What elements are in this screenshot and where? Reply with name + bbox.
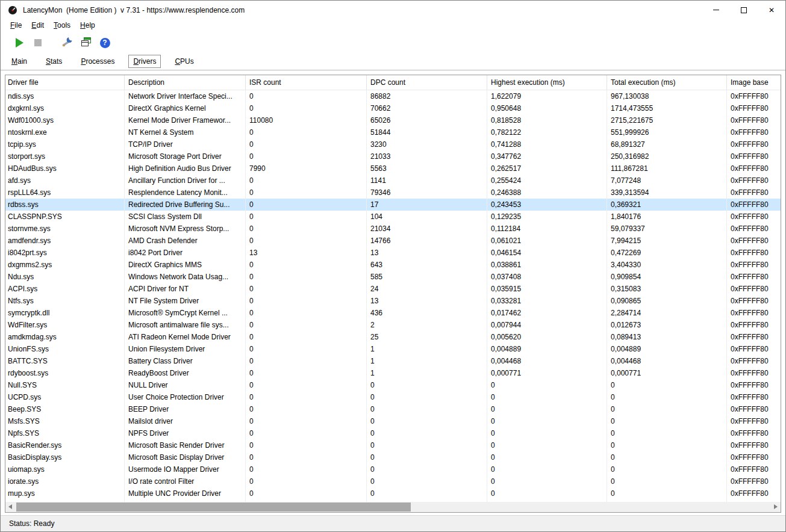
table-row[interactable]: tcpip.sys TCP/IP Driver 0 3230 0,741288 … xyxy=(5,138,781,150)
cell-description: BEEP Driver xyxy=(125,403,246,415)
menu-item[interactable]: Edit xyxy=(27,19,49,31)
horizontal-scrollbar[interactable] xyxy=(5,502,781,512)
table-row[interactable]: UCPD.sys User Choice Protection Driver 0… xyxy=(5,391,781,403)
cell-highest-execution: 0,035915 xyxy=(487,283,607,295)
report-button[interactable] xyxy=(78,35,94,51)
table-row[interactable]: Msfs.SYS Mailslot driver 0 0 0 0 0xFFFFF… xyxy=(5,415,781,427)
column-header-image-base[interactable]: Image base xyxy=(727,75,781,90)
cell-highest-execution: 0,243453 xyxy=(487,199,607,211)
cell-image-base: 0xFFFFF80 xyxy=(727,295,781,307)
cell-image-base: 0xFFFFF80 xyxy=(727,415,781,427)
cell-isr-count: 0 xyxy=(246,343,367,355)
cell-total-execution: 111,867281 xyxy=(607,162,727,175)
table-row[interactable]: CLASSPNP.SYS SCSI Class System Dll 0 104… xyxy=(5,211,781,223)
table-row[interactable]: BasicDisplay.sys Microsoft Basic Display… xyxy=(5,451,781,463)
cell-dpc-count: 0 xyxy=(367,391,487,403)
start-monitor-button[interactable] xyxy=(11,35,27,51)
stop-monitor-button[interactable] xyxy=(30,35,46,51)
scroll-left-arrow-icon[interactable] xyxy=(8,504,12,509)
cell-total-execution: 0 xyxy=(607,427,727,439)
cell-total-execution: 0,012673 xyxy=(607,319,727,331)
close-button[interactable]: ✕ xyxy=(758,1,785,19)
cell-total-execution: 0 xyxy=(607,415,727,427)
table-row[interactable]: Ntfs.sys NT File System Driver 0 13 0,03… xyxy=(5,295,781,307)
table-row[interactable]: HDAudBus.sys High Definition Audio Bus D… xyxy=(5,162,781,175)
tab[interactable]: Drivers xyxy=(128,55,161,68)
tab[interactable]: Main xyxy=(7,55,32,68)
table-row[interactable]: i8042prt.sys i8042 Port Driver 13 13 0,0… xyxy=(5,247,781,259)
column-header-total-execution[interactable]: Total execution (ms) xyxy=(607,75,727,90)
menu-item[interactable]: Help xyxy=(75,19,100,31)
table-row[interactable]: amdfendr.sys AMD Crash Defender 0 14766 … xyxy=(5,235,781,247)
column-header-highest-execution[interactable]: Highest execution (ms) xyxy=(487,75,607,90)
cell-image-base: 0xFFFFF80 xyxy=(727,211,781,223)
cell-dpc-count: 0 xyxy=(367,379,487,391)
cell-isr-count: 0 xyxy=(246,391,367,403)
tab[interactable]: Stats xyxy=(41,55,67,68)
table-row[interactable]: storport.sys Microsoft Storage Port Driv… xyxy=(5,150,781,162)
tab[interactable]: CPUs xyxy=(170,55,198,68)
cell-highest-execution: 0,005620 xyxy=(487,331,607,343)
table-row[interactable]: ACPI.sys ACPI Driver for NT 0 24 0,03591… xyxy=(5,283,781,295)
table-row[interactable]: UnionFS.sys Union Filesystem Driver 0 1 … xyxy=(5,343,781,355)
cell-highest-execution: 0 xyxy=(487,487,607,500)
drivers-table: Driver file Description ISR count DPC co… xyxy=(5,75,781,513)
cell-isr-count: 0 xyxy=(246,259,367,271)
cell-highest-execution: 0,037408 xyxy=(487,271,607,283)
title-bar[interactable]: LatencyMon (Home Edition ) v 7.31 - http… xyxy=(1,1,785,19)
table-row[interactable]: Beep.SYS BEEP Driver 0 0 0 0 0xFFFFF80 xyxy=(5,403,781,415)
table-row[interactable]: dxgmms2.sys DirectX Graphics MMS 0 643 0… xyxy=(5,259,781,271)
table-row[interactable]: amdkmdag.sys ATI Radeon Kernel Mode Driv… xyxy=(5,331,781,343)
cell-total-execution: 1,840176 xyxy=(607,211,727,223)
table-row[interactable]: BATTC.SYS Battery Class Driver 0 1 0,004… xyxy=(5,355,781,367)
help-button[interactable]: ? xyxy=(97,35,113,51)
cell-image-base: 0xFFFFF80 xyxy=(727,259,781,271)
cell-dpc-count: 79346 xyxy=(367,187,487,199)
column-header-isr-count[interactable]: ISR count xyxy=(246,75,367,90)
scrollbar-thumb[interactable] xyxy=(16,503,411,512)
cell-image-base: 0xFFFFF80 xyxy=(727,487,781,500)
cell-image-base: 0xFFFFF80 xyxy=(727,223,781,235)
table-row[interactable]: symcryptk.dll Microsoft® SymCrypt Kernel… xyxy=(5,307,781,319)
table-row[interactable]: iorate.sys I/O rate control Filter 0 0 0… xyxy=(5,475,781,487)
options-button[interactable] xyxy=(60,35,75,51)
cell-highest-execution: 0,818528 xyxy=(487,114,607,126)
menu-item[interactable]: Tools xyxy=(49,19,75,31)
cell-highest-execution: 0,046154 xyxy=(487,247,607,259)
table-row[interactable]: Wdf01000.sys Kernel Mode Driver Framewor… xyxy=(5,114,781,126)
cell-description: Microsoft Basic Render Driver xyxy=(125,439,246,451)
table-row[interactable]: WdFilter.sys Microsoft antimalware file … xyxy=(5,319,781,331)
cell-total-execution: 250,316982 xyxy=(607,150,727,162)
maximize-button[interactable] xyxy=(730,1,758,19)
app-icon xyxy=(8,5,17,15)
tab[interactable]: Processes xyxy=(76,55,119,68)
table-row[interactable]: stornvme.sys Microsoft NVM Express Storp… xyxy=(5,223,781,235)
column-header-dpc-count[interactable]: DPC count xyxy=(367,75,487,90)
cell-total-execution: 0,004468 xyxy=(607,355,727,367)
table-row[interactable]: afd.sys Ancillary Function Driver for ..… xyxy=(5,175,781,187)
cell-description: ReadyBoost Driver xyxy=(125,367,246,379)
table-row[interactable]: uiomap.sys Usermode IO Mapper Driver 0 0… xyxy=(5,463,781,475)
table-row[interactable]: rdbss.sys Redirected Drive Buffering Su.… xyxy=(5,199,781,211)
scroll-right-arrow-icon[interactable] xyxy=(774,504,778,509)
cell-dpc-count: 104 xyxy=(367,211,487,223)
table-row[interactable]: ntoskrnl.exe NT Kernel & System 0 51844 … xyxy=(5,126,781,138)
menu-item[interactable]: File xyxy=(5,19,27,31)
cell-dpc-count: 25 xyxy=(367,331,487,343)
minimize-button[interactable] xyxy=(702,1,730,19)
table-row[interactable]: rspLLL64.sys Resplendence Latency Monit.… xyxy=(5,187,781,199)
cell-dpc-count: 86882 xyxy=(367,90,487,102)
table-row[interactable]: rdyboost.sys ReadyBoost Driver 0 1 0,000… xyxy=(5,367,781,379)
column-header-description[interactable]: Description xyxy=(125,75,246,90)
table-row[interactable]: BasicRender.sys Microsoft Basic Render D… xyxy=(5,439,781,451)
table-rows[interactable]: ndis.sys Network Driver Interface Speci.… xyxy=(5,90,781,502)
table-row[interactable]: ndis.sys Network Driver Interface Speci.… xyxy=(5,90,781,102)
table-row[interactable]: mup.sys Multiple UNC Provider Driver 0 0… xyxy=(5,487,781,500)
cell-highest-execution: 0,262517 xyxy=(487,162,607,175)
table-row[interactable]: Null.SYS NULL Driver 0 0 0 0 0xFFFFF80 xyxy=(5,379,781,391)
table-row[interactable]: Npfs.SYS NPFS Driver 0 0 0 0 0xFFFFF80 xyxy=(5,427,781,439)
cell-highest-execution: 0,004889 xyxy=(487,343,607,355)
table-row[interactable]: Ndu.sys Windows Network Data Usag... 0 5… xyxy=(5,271,781,283)
table-row[interactable]: dxgkrnl.sys DirectX Graphics Kernel 0 70… xyxy=(5,102,781,114)
column-header-driver-file[interactable]: Driver file xyxy=(5,75,125,90)
